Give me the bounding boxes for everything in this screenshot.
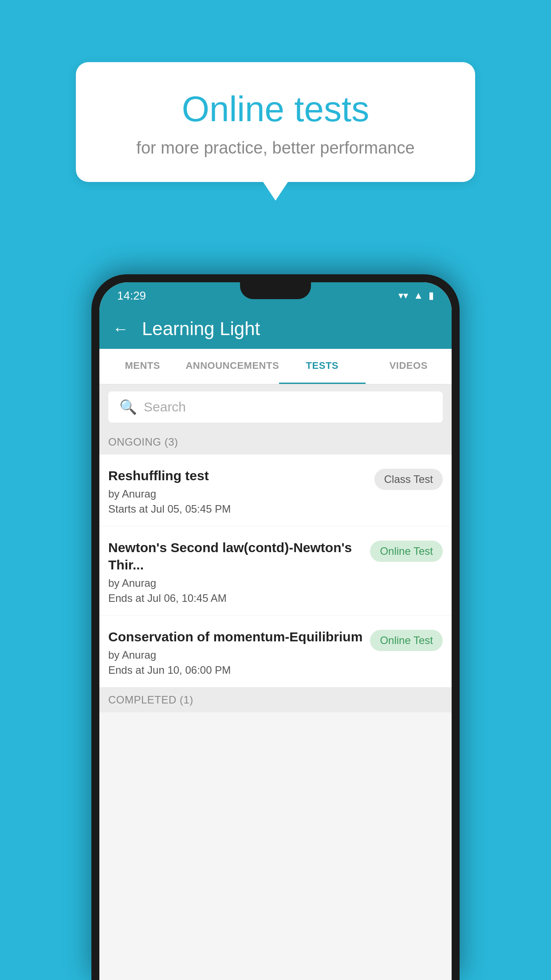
test-title: Newton's Second law(contd)-Newton's Thir…	[108, 539, 363, 573]
test-time: Ends at Jun 10, 06:00 PM	[108, 664, 363, 676]
battery-icon: ▮	[429, 290, 434, 301]
tab-announcements[interactable]: ANNOUNCEMENTS	[185, 349, 279, 384]
search-box[interactable]: 🔍 Search	[108, 391, 443, 423]
test-author: by Anurag	[108, 488, 368, 500]
wifi-icon: ▾▾	[398, 290, 408, 301]
test-item[interactable]: Conservation of momentum-Equilibrium by …	[99, 616, 452, 688]
test-time: Ends at Jul 06, 10:45 AM	[108, 592, 363, 605]
online-test-badge: Online Test	[370, 630, 443, 651]
test-info: Newton's Second law(contd)-Newton's Thir…	[108, 539, 363, 605]
test-title: Conservation of momentum-Equilibrium	[108, 628, 363, 645]
tab-ments[interactable]: MENTS	[99, 349, 185, 384]
bubble-subtitle: for more practice, better performance	[111, 138, 440, 158]
test-title: Reshuffling test	[108, 467, 368, 484]
class-test-badge: Class Test	[374, 469, 443, 490]
search-container: 🔍 Search	[99, 384, 452, 430]
tests-list: Reshuffling test by Anurag Starts at Jul…	[99, 454, 452, 688]
status-icons: ▾▾ ▲ ▮	[398, 290, 434, 301]
phone-frame: 14:29 ▾▾ ▲ ▮ ← Learning Light MENTS ANNO…	[91, 274, 460, 980]
phone-notch	[240, 282, 311, 299]
status-time: 14:29	[117, 289, 146, 303]
phone-screen: 14:29 ▾▾ ▲ ▮ ← Learning Light MENTS ANNO…	[99, 282, 452, 980]
completed-section-header: COMPLETED (1)	[99, 688, 452, 712]
back-button[interactable]: ←	[113, 320, 129, 338]
ongoing-label: ONGOING (3)	[108, 436, 178, 448]
signal-icon: ▲	[413, 290, 423, 301]
test-item[interactable]: Newton's Second law(contd)-Newton's Thir…	[99, 526, 452, 616]
test-author: by Anurag	[108, 577, 363, 589]
tab-tests[interactable]: TESTS	[279, 349, 365, 384]
app-bar-title: Learning Light	[142, 318, 260, 340]
tabs-bar: MENTS ANNOUNCEMENTS TESTS VIDEOS	[99, 349, 452, 384]
tab-videos[interactable]: VIDEOS	[366, 349, 452, 384]
online-test-badge: Online Test	[370, 541, 443, 562]
search-icon: 🔍	[119, 399, 137, 415]
bubble-title: Online tests	[111, 89, 440, 130]
speech-bubble-container: Online tests for more practice, better p…	[76, 62, 475, 182]
test-info: Conservation of momentum-Equilibrium by …	[108, 628, 363, 676]
speech-bubble: Online tests for more practice, better p…	[76, 62, 475, 182]
test-item[interactable]: Reshuffling test by Anurag Starts at Jul…	[99, 454, 452, 526]
search-placeholder: Search	[144, 399, 186, 415]
test-info: Reshuffling test by Anurag Starts at Jul…	[108, 467, 368, 515]
ongoing-section-header: ONGOING (3)	[99, 430, 452, 454]
test-author: by Anurag	[108, 649, 363, 661]
test-time: Starts at Jul 05, 05:45 PM	[108, 503, 368, 515]
app-bar: ← Learning Light	[99, 309, 452, 349]
completed-label: COMPLETED (1)	[108, 694, 193, 706]
